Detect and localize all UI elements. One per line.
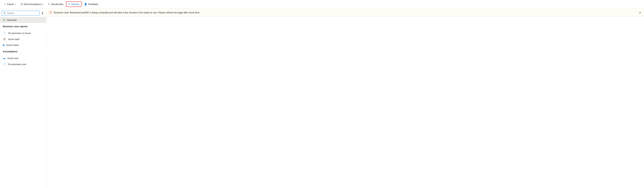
search-input[interactable] [7, 12, 38, 14]
sidebar-item-on-premises-cost[interactable]: 📄 On-premises cost [0, 61, 46, 67]
content-area: ⓘ Business case 'BusinessCase005' is bei… [46, 8, 644, 188]
edit-assumptions-label: Edit Assumptions [24, 3, 42, 5]
notification-message: Business case 'BusinessCase005' is being… [54, 11, 200, 14]
sidebar: 🔍 ❮ ☷ Overview Business case reports 📄 O… [0, 8, 46, 188]
overview-label: Overview [7, 19, 16, 21]
paas-icon: ■ [3, 44, 4, 47]
sidebar-item-azure-paas[interactable]: ■ Azure PaaS [0, 42, 46, 48]
download-icon: ⇓ [4, 3, 6, 5]
assumptions-heading: Assumptions [0, 48, 46, 54]
export-label: Export [7, 3, 14, 5]
on-premises-vs-azure-label: On-premises vs Azure [8, 32, 31, 34]
cloud-icon: ☁ [3, 57, 6, 60]
refresh-icon: ↻ [68, 3, 70, 5]
onprem-icon: 📄 [3, 63, 6, 66]
azure-cost-label: Azure cost [7, 57, 18, 60]
recalculate-button[interactable]: ↻ Recalculate [46, 1, 65, 7]
overview-icon: ☷ [3, 18, 5, 21]
report-icon: 📄 [3, 31, 6, 35]
azure-paas-label: Azure PaaS [6, 44, 18, 46]
sidebar-item-azure-iaas[interactable]: ☕ Azure IaaS [0, 36, 46, 42]
export-button[interactable]: ⇓ Export ▾ [2, 1, 18, 7]
on-premises-cost-label: On-premises cost [8, 63, 26, 66]
recalculate-label: Recalculate [51, 3, 63, 5]
refresh-button[interactable]: ↻ Refresh [66, 1, 82, 7]
feedback-button[interactable]: 👤 Feedback [82, 1, 100, 7]
sidebar-item-overview[interactable]: ☷ Overview [0, 17, 46, 23]
edit-assumptions-chevron-icon: ▾ [43, 3, 44, 5]
edit-assumptions-button[interactable]: ☰ Edit Assumptions ▾ [18, 1, 46, 7]
recalculate-icon: ↻ [48, 3, 50, 5]
assumptions-divider [3, 54, 43, 54]
main-layout: 🔍 ❮ ☷ Overview Business case reports 📄 O… [0, 8, 644, 188]
notification-close-button[interactable]: ✕ [638, 10, 642, 15]
business-case-reports-heading: Business case reports [0, 23, 46, 28]
search-wrapper: 🔍 [2, 11, 40, 15]
iaas-icon: ☕ [3, 38, 6, 41]
sidebar-item-on-premises-vs-azure[interactable]: 📄 On-premises vs Azure [0, 30, 46, 36]
feedback-icon: 👤 [84, 3, 87, 5]
refresh-label: Refresh [71, 3, 80, 5]
feedback-label: Feedback [88, 3, 98, 5]
search-row: 🔍 ❮ [2, 11, 45, 15]
notification-banner: ⓘ Business case 'BusinessCase005' is bei… [46, 8, 644, 17]
toolbar: ⇓ Export ▾ ☰ Edit Assumptions ▾ ↻ Recalc… [0, 0, 644, 8]
export-chevron-icon: ▾ [15, 3, 16, 5]
main-content-empty [46, 17, 644, 188]
collapse-sidebar-button[interactable]: ❮ [40, 11, 45, 15]
search-icon: 🔍 [3, 12, 6, 14]
sliders-icon: ☰ [20, 3, 23, 6]
sidebar-item-azure-cost[interactable]: ☁ Azure cost [0, 55, 46, 61]
azure-iaas-label: Azure IaaS [8, 38, 20, 41]
notification-warning-icon: ⓘ [49, 11, 52, 14]
